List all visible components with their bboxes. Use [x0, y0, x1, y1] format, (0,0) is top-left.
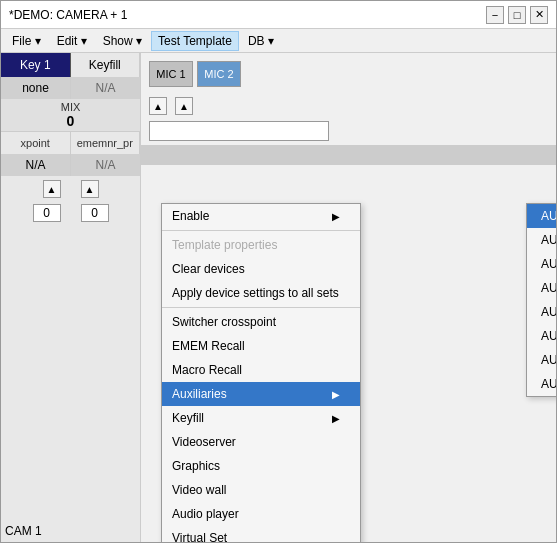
ctx-clear-devices[interactable]: Clear devices [162, 257, 360, 281]
ctx-macro[interactable]: Macro Recall [162, 358, 360, 382]
menu-db[interactable]: DB ▾ [241, 31, 281, 51]
ctx-divider1 [162, 230, 360, 231]
arrow-up-left[interactable]: ▲ [43, 180, 61, 198]
counter1[interactable]: 0 [33, 204, 61, 222]
counter2[interactable]: 0 [81, 204, 109, 222]
na2-cell: N/A [71, 154, 140, 176]
na1-cell: N/A [1, 154, 71, 176]
ememnr-label: ememnr_pr [71, 132, 141, 154]
menu-test-template[interactable]: Test Template [151, 31, 239, 51]
left-bottom: ▲ ▲ 0 0 CAM 1 [1, 176, 140, 542]
ctx-keyfill[interactable]: Keyfill ▶ [162, 406, 360, 430]
keyfill-arrow-icon: ▶ [332, 413, 340, 424]
window-controls: − □ ✕ [486, 6, 548, 24]
aux-c[interactable]: AUX C [527, 252, 556, 276]
mix-label: MIX [1, 101, 140, 113]
xpoint-label: xpoint [1, 132, 71, 154]
aux-e[interactable]: AUX E [527, 300, 556, 324]
aux-submenu: AUX A AUX B AUX C AUX D AUX E AUX F AUX … [526, 203, 556, 397]
ctx-emem[interactable]: EMEM Recall [162, 334, 360, 358]
key-row: Key 1 Keyfill [1, 53, 140, 77]
main-content: MIC 1 MIC 2 ▲ ▲ Enable ▶ Template proper… [141, 53, 556, 542]
keyfill-label: Keyfill [71, 53, 141, 77]
arrow-up-main-right[interactable]: ▲ [175, 97, 193, 115]
na-row: N/A N/A [1, 154, 140, 176]
menu-file[interactable]: File ▾ [5, 31, 48, 51]
aux-g[interactable]: AUX G [527, 348, 556, 372]
ctx-videowall[interactable]: Video wall [162, 478, 360, 502]
close-button[interactable]: ✕ [530, 6, 548, 24]
aux-f[interactable]: AUX F [527, 324, 556, 348]
title-bar: *DEMO: CAMERA + 1 − □ ✕ [1, 1, 556, 29]
input-box[interactable] [149, 121, 329, 141]
ctx-switcher[interactable]: Switcher crosspoint [162, 310, 360, 334]
ctx-template-props: Template properties [162, 233, 360, 257]
gray-bar [141, 145, 556, 165]
mic-area: MIC 1 MIC 2 [141, 53, 556, 95]
main-arrow-area: ▲ ▲ [141, 95, 556, 117]
xpoint-row: xpoint ememnr_pr [1, 132, 140, 154]
aux-d[interactable]: AUX D [527, 276, 556, 300]
mix-section: MIX 0 [1, 99, 140, 132]
auxiliaries-arrow-icon: ▶ [332, 389, 340, 400]
window-title: *DEMO: CAMERA + 1 [9, 8, 127, 22]
content-area: Key 1 Keyfill none N/A MIX 0 xpoint emem… [1, 53, 556, 542]
menu-show[interactable]: Show ▾ [96, 31, 149, 51]
ctx-audioplayer[interactable]: Audio player [162, 502, 360, 526]
arrow-up-main-left[interactable]: ▲ [149, 97, 167, 115]
none-cell[interactable]: none [1, 77, 71, 99]
minimize-button[interactable]: − [486, 6, 504, 24]
ctx-virtualset[interactable]: Virtual Set [162, 526, 360, 542]
menu-edit[interactable]: Edit ▾ [50, 31, 94, 51]
context-menu: Enable ▶ Template properties Clear devic… [161, 203, 361, 542]
key-label[interactable]: Key 1 [1, 53, 71, 77]
left-panel: Key 1 Keyfill none N/A MIX 0 xpoint emem… [1, 53, 141, 542]
ctx-divider2 [162, 307, 360, 308]
menu-bar: File ▾ Edit ▾ Show ▾ Test Template DB ▾ [1, 29, 556, 53]
na-cell: N/A [71, 77, 140, 99]
enable-arrow-icon: ▶ [332, 211, 340, 222]
mic1-button[interactable]: MIC 1 [149, 61, 193, 87]
main-window: *DEMO: CAMERA + 1 − □ ✕ File ▾ Edit ▾ Sh… [0, 0, 557, 543]
ctx-videoserver[interactable]: Videoserver [162, 430, 360, 454]
none-row: none N/A [1, 77, 140, 99]
maximize-button[interactable]: □ [508, 6, 526, 24]
aux-h[interactable]: AUX H [527, 372, 556, 396]
ctx-apply-device[interactable]: Apply device settings to all sets [162, 281, 360, 305]
aux-a[interactable]: AUX A [527, 204, 556, 228]
aux-b[interactable]: AUX B [527, 228, 556, 252]
mic2-button[interactable]: MIC 2 [197, 61, 241, 87]
mix-value: 0 [1, 113, 140, 129]
arrow-row: ▲ ▲ [1, 176, 140, 202]
ctx-auxiliaries[interactable]: Auxiliaries ▶ [162, 382, 360, 406]
ctx-graphics[interactable]: Graphics [162, 454, 360, 478]
ctx-enable[interactable]: Enable ▶ [162, 204, 360, 228]
arrow-up-right[interactable]: ▲ [81, 180, 99, 198]
cam-label: CAM 1 [5, 524, 42, 538]
counter-row: 0 0 [1, 202, 140, 224]
